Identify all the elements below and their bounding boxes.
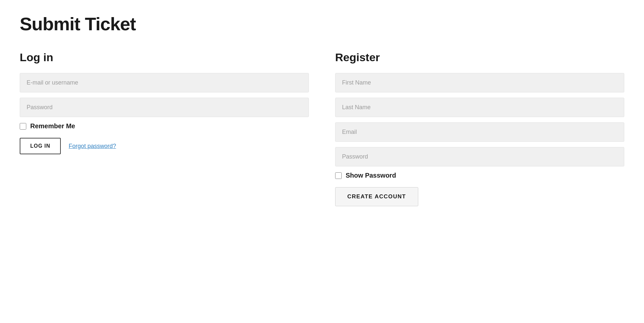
create-account-button[interactable]: CREATE ACCOUNT (335, 187, 418, 206)
show-password-row: Show Password (335, 172, 624, 179)
login-email-input[interactable] (20, 73, 309, 92)
login-section: Log in Remember Me LOG IN Forgot passwor… (20, 51, 309, 154)
login-password-group (20, 98, 309, 117)
register-last-name-input[interactable] (335, 98, 624, 117)
forgot-password-link[interactable]: Forgot password? (69, 143, 116, 150)
remember-me-row: Remember Me (20, 122, 309, 130)
page-title: Submit Ticket (20, 13, 624, 35)
register-email-group (335, 122, 624, 142)
remember-me-checkbox[interactable] (20, 123, 26, 130)
register-password-group (335, 147, 624, 166)
two-column-layout: Log in Remember Me LOG IN Forgot passwor… (20, 51, 624, 206)
register-email-input[interactable] (335, 122, 624, 142)
register-first-name-input[interactable] (335, 73, 624, 92)
register-password-input[interactable] (335, 147, 624, 166)
show-password-checkbox[interactable] (335, 172, 342, 179)
login-email-group (20, 73, 309, 92)
remember-me-label: Remember Me (30, 122, 75, 130)
register-section-title: Register (335, 51, 624, 64)
login-button[interactable]: LOG IN (20, 138, 61, 154)
login-password-input[interactable] (20, 98, 309, 117)
create-account-button-row: CREATE ACCOUNT (335, 187, 624, 206)
register-last-name-group (335, 98, 624, 117)
login-button-row: LOG IN Forgot password? (20, 138, 309, 154)
register-first-name-group (335, 73, 624, 92)
register-section: Register Show Password CREATE ACCOUNT (335, 51, 624, 206)
login-section-title: Log in (20, 51, 309, 64)
show-password-label: Show Password (346, 172, 396, 179)
